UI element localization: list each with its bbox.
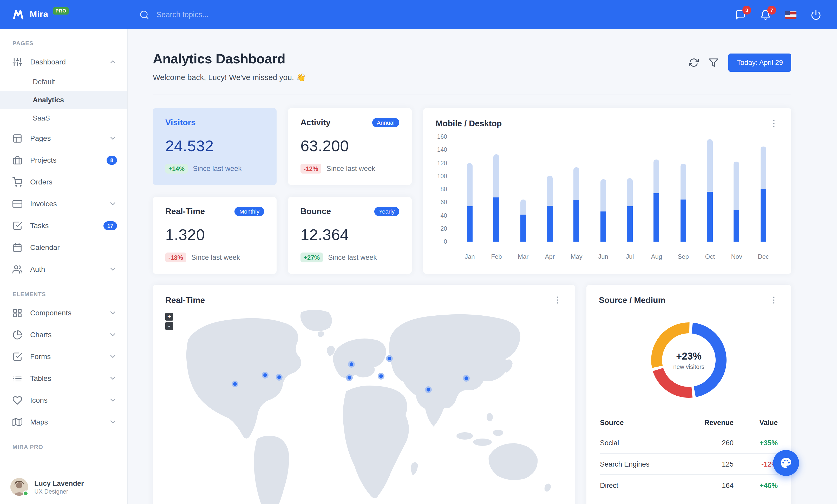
source-name: Social [600,439,684,447]
chevron-down-icon [109,134,117,142]
sidebar-section-label-pages: PAGES [0,29,127,51]
notifications-button[interactable]: 7 [760,9,771,20]
filter-button[interactable] [709,58,719,68]
x-axis-label: Aug [643,253,670,260]
bar-mar[interactable] [510,137,536,242]
bar-feb[interactable] [483,137,510,242]
search-icon [139,10,149,19]
shopping-cart-icon [13,177,22,187]
sidebar-item-calendar[interactable]: Calendar [0,237,127,258]
sidebar-item-pages[interactable]: Pages [0,127,127,149]
card-menu-button[interactable] [553,295,563,305]
sidebar-item-forms[interactable]: Forms [0,346,127,367]
sidebar-item-charts[interactable]: Charts [0,324,127,346]
logout-button[interactable] [811,9,821,20]
map-marker-4[interactable] [346,374,353,381]
map-marker-1[interactable] [232,380,238,387]
navbar-search [139,10,291,19]
column-header-source: Source [600,418,684,426]
messages-button[interactable]: 3 [735,9,746,20]
sidebar-item-invoices[interactable]: Invoices [0,193,127,214]
card-menu-button[interactable] [769,118,779,128]
sidebar-item-maps[interactable]: Maps [0,411,127,433]
map-zoom-in-button[interactable]: + [165,313,173,321]
map-marker-5[interactable] [348,361,355,368]
y-axis-label: 20 [440,225,447,232]
map-marker-9[interactable] [463,375,470,381]
bar-chart-y-axis: 020406080100120140160 [436,137,451,242]
map-marker-2[interactable] [262,372,268,378]
sidebar-item-projects[interactable]: Projects8 [0,149,127,171]
welcome-message: Welcome back, Lucy! We've missed you. 👋 [153,73,306,82]
search-input[interactable] [156,10,291,19]
stat-title: Bounce [301,207,331,216]
y-axis-label: 160 [437,133,447,140]
user-role: UX Designer [34,488,84,494]
world-map[interactable]: + - [153,308,575,504]
sidebar-item-default[interactable]: Default [0,73,127,91]
refresh-button[interactable] [689,58,699,68]
sidebar-item-tables[interactable]: Tables [0,367,127,389]
sidebar-item-label: Maps [30,418,109,426]
bar-jun[interactable] [590,137,617,242]
y-axis-label: 0 [444,239,447,245]
bar-nov[interactable] [724,137,750,242]
source-table-row-direct[interactable]: Direct 164 +46% [600,474,778,496]
brand-name: Mira [30,10,48,20]
stat-delta-badge: +27% [301,253,323,262]
map-zoom-out-button[interactable]: - [165,322,173,330]
bar-aug[interactable] [643,137,670,242]
sidebar-item-orders[interactable]: Orders [0,171,127,193]
bar-dec[interactable] [750,137,777,242]
language-flag-us[interactable] [785,11,797,18]
user-name: Lucy Lavender [34,479,84,487]
source-revenue: 260 [684,439,733,447]
source-table-row-search-engines[interactable]: Search Engines 125 -12% [600,453,778,474]
check-square-icon [13,221,22,230]
sidebar: PAGES DashboardDefaultAnalyticsSaaS Page… [0,29,128,504]
mobile-desktop-bar-chart: 020406080100120140160 [436,137,779,260]
source-value: -12% [733,460,778,468]
sidebar-item-tasks[interactable]: Tasks17 [0,214,127,237]
bar-oct[interactable] [697,137,724,242]
header-divider [153,95,791,95]
map-marker-7[interactable] [378,373,385,379]
brand-link[interactable]: Mira PRO [0,8,120,21]
x-axis-label: May [563,253,590,260]
sidebar-item-label: Invoices [30,200,109,208]
online-status-dot [23,490,29,496]
app: Mira PRO 3 7 PAGES DashboardDefaultA [0,0,837,504]
bar-apr[interactable] [536,137,563,242]
messages-badge: 3 [742,5,751,14]
sidebar-item-components[interactable]: Components [0,302,127,324]
y-axis-label: 80 [440,186,447,192]
map-marker-6[interactable] [386,355,393,362]
donut-slice-direct[interactable] [651,322,727,398]
sidebar-item-analytics[interactable]: Analytics [0,91,127,109]
sidebar-item-saas[interactable]: SaaS [0,109,127,127]
bar-sep[interactable] [670,137,697,242]
theme-settings-button[interactable] [773,450,799,476]
map-marker-8[interactable] [425,386,432,393]
source-medium-card: Source / Medium +23% new visitors Source… [586,285,791,504]
bar-jan[interactable] [457,137,483,242]
grid-icon [13,308,22,318]
chevron-down-icon [109,265,117,273]
briefcase-icon [13,155,22,165]
card-menu-button[interactable] [769,295,779,305]
source-table-row-social[interactable]: Social 260 +35% [600,432,778,453]
stat-title: Real-Time [165,207,205,216]
sidebar-item-auth[interactable]: Auth [0,258,127,280]
sidebar-item-label: Calendar [30,243,117,251]
sidebar-item-icons[interactable]: Icons [0,389,127,411]
power-icon [811,9,821,20]
sidebar-item-dashboard[interactable]: Dashboard [0,51,127,73]
sidebar-user[interactable]: Lucy Lavender UX Designer [0,471,127,504]
sidebar-badge: 8 [107,156,117,165]
world-map-graphic [153,308,575,504]
bar-may[interactable] [563,137,590,242]
map-marker-3[interactable] [276,374,283,380]
bar-jul[interactable] [617,137,643,242]
notifications-badge: 7 [767,5,776,14]
date-range-button[interactable]: Today: April 29 [729,54,791,72]
